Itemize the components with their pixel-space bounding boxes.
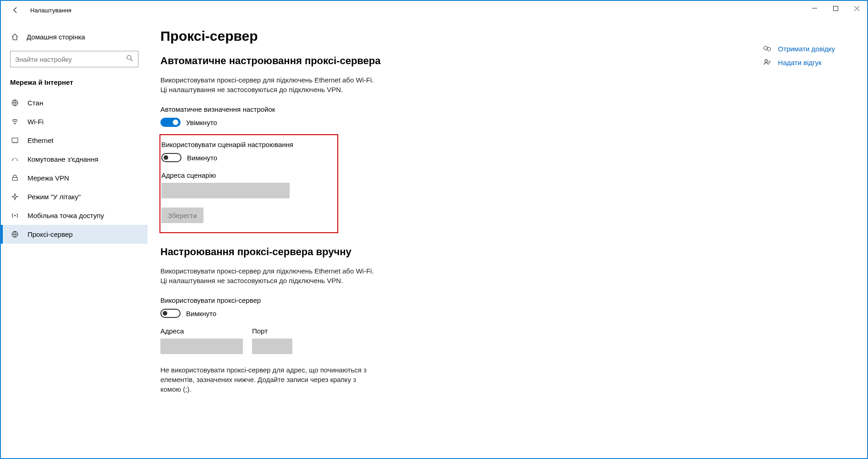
svg-line-5 — [131, 59, 132, 61]
svg-point-19 — [765, 60, 768, 62]
get-help-label: Отримати довідку — [778, 45, 835, 53]
svg-point-13 — [16, 160, 17, 161]
script-address-label: Адреса сценарію — [161, 171, 330, 179]
minimize-button[interactable] — [804, 1, 825, 16]
help-icon — [763, 44, 772, 53]
exceptions-desc: Не використовувати проксі-сервер для адр… — [160, 365, 371, 394]
proxy-address-input — [160, 339, 243, 354]
window-title: Налаштування — [30, 7, 71, 14]
manual-desc-2: Ці налаштування не застосовуються до під… — [160, 276, 417, 285]
back-button[interactable] — [9, 4, 22, 16]
sidebar-item-label: Режим "У літаку" — [27, 193, 81, 201]
sidebar-item-label: Ethernet — [27, 137, 54, 144]
wifi-icon — [10, 118, 19, 126]
search-icon — [126, 55, 133, 64]
proxy-port-label: Порт — [252, 327, 292, 335]
ethernet-icon — [10, 137, 19, 144]
help-links: Отримати довідку Надати відгук — [763, 44, 835, 66]
close-button[interactable] — [846, 1, 867, 16]
sidebar-item-ethernet[interactable]: Ethernet — [1, 131, 148, 150]
svg-rect-14 — [12, 177, 17, 180]
vpn-icon — [10, 174, 19, 182]
script-address-input — [161, 183, 290, 198]
home-link[interactable]: Домашня сторінка — [1, 29, 148, 44]
home-label: Домашня сторінка — [27, 33, 85, 41]
sidebar-item-label: Wi-Fi — [27, 118, 44, 126]
airplane-icon — [10, 193, 19, 201]
auto-detect-toggle[interactable] — [160, 118, 181, 127]
auto-detect-state: Увімкнуто — [186, 119, 217, 126]
search-box[interactable] — [10, 51, 138, 67]
page-title: Проксі-сервер — [160, 28, 849, 44]
get-help-link[interactable]: Отримати довідку — [763, 44, 835, 53]
dialup-icon — [10, 155, 19, 163]
save-button: Зберегти — [161, 208, 203, 223]
use-proxy-toggle[interactable] — [160, 309, 181, 318]
use-proxy-state: Вимкнуто — [186, 310, 216, 317]
sidebar-item-dialup[interactable]: Комутоване з'єднання — [1, 150, 148, 169]
svg-point-15 — [14, 215, 15, 216]
sidebar-item-wifi[interactable]: Wi-Fi — [1, 112, 148, 131]
feedback-icon — [763, 58, 772, 66]
auto-desc-1: Використовувати проксі-сервер для підклю… — [160, 75, 417, 85]
sidebar-item-label: Мережа VPN — [27, 174, 69, 182]
window-controls — [804, 1, 867, 16]
script-toggle[interactable] — [161, 153, 181, 162]
sidebar-item-proxy[interactable]: Проксі-сервер — [1, 225, 148, 244]
script-label: Використовувати сценарій настроювання — [161, 141, 330, 148]
use-proxy-label: Використовувати проксі-сервер — [160, 296, 849, 304]
feedback-link[interactable]: Надати відгук — [763, 58, 835, 66]
svg-rect-8 — [12, 138, 18, 142]
search-input[interactable] — [15, 55, 126, 63]
proxy-port-input — [252, 339, 292, 354]
proxy-address-label: Адреса — [160, 327, 243, 335]
sidebar-item-hotspot[interactable]: Мобільна точка доступу — [1, 206, 148, 225]
svg-point-12 — [12, 160, 13, 161]
titlebar: Налаштування — [1, 1, 867, 19]
category-title: Мережа й Інтернет — [1, 67, 148, 93]
auto-section-heading: Автоматичне настроювання проксі-сервера — [160, 55, 849, 67]
sidebar-item-status[interactable]: Стан — [1, 93, 148, 112]
sidebar-item-vpn[interactable]: Мережа VPN — [1, 169, 148, 187]
sidebar-item-label: Комутоване з'єднання — [27, 155, 99, 163]
svg-point-18 — [767, 47, 770, 51]
feedback-label: Надати відгук — [778, 59, 822, 66]
svg-rect-1 — [833, 6, 838, 11]
main-content: Проксі-сервер Автоматичне настроювання п… — [148, 19, 867, 458]
sidebar: Домашня сторінка Мережа й Інтернет Стан … — [1, 19, 148, 458]
svg-point-7 — [14, 124, 15, 125]
manual-section-heading: Настроювання проксі-сервера вручну — [160, 246, 849, 258]
sidebar-item-label: Стан — [27, 99, 43, 107]
sidebar-item-label: Проксі-сервер — [27, 230, 73, 238]
sidebar-item-label: Мобільна точка доступу — [27, 212, 104, 219]
proxy-icon — [10, 230, 19, 238]
hotspot-icon — [10, 212, 19, 219]
svg-point-4 — [127, 55, 131, 60]
highlighted-script-section: Використовувати сценарій настроювання Ви… — [159, 134, 338, 233]
script-state: Вимкнуто — [187, 154, 217, 162]
sidebar-item-airplane[interactable]: Режим "У літаку" — [1, 187, 148, 206]
auto-detect-label: Автоматичне визначення настройок — [160, 105, 849, 113]
manual-desc-1: Використовувати проксі-сервер для підклю… — [160, 266, 417, 276]
maximize-button[interactable] — [825, 1, 846, 16]
globe-icon — [10, 99, 19, 107]
auto-desc-2: Ці налаштування не застосовуються до під… — [160, 85, 417, 94]
home-icon — [10, 33, 19, 41]
